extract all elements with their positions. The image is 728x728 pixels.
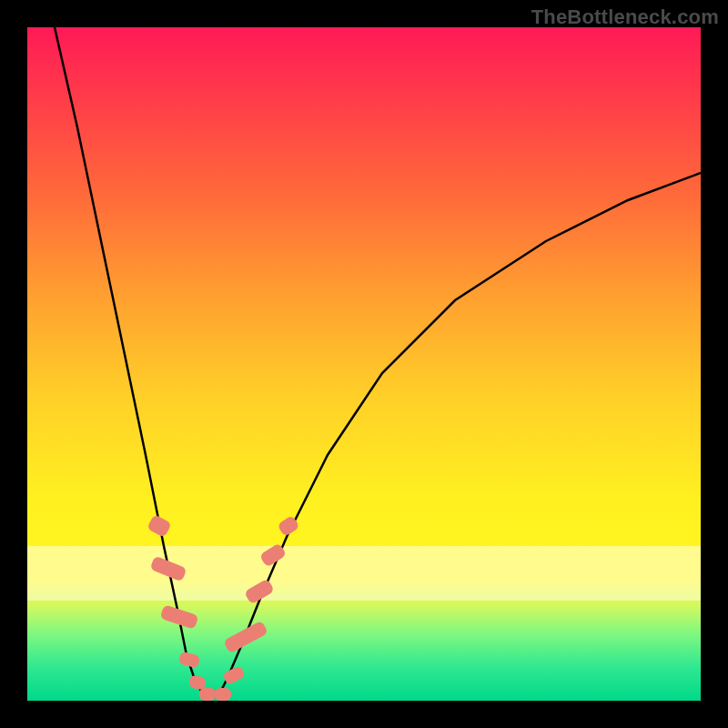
data-marker [147, 514, 172, 538]
marker-layer [27, 27, 701, 701]
data-marker [149, 555, 187, 581]
data-marker [223, 621, 268, 654]
data-marker [277, 515, 300, 537]
data-marker [199, 688, 216, 701]
data-marker [244, 579, 275, 605]
watermark-text: TheBottleneck.com [531, 5, 719, 29]
data-marker [215, 688, 231, 701]
data-marker [259, 542, 288, 567]
data-marker [222, 665, 246, 685]
data-marker [178, 651, 201, 668]
plot-frame [27, 27, 701, 701]
data-marker [160, 604, 199, 630]
